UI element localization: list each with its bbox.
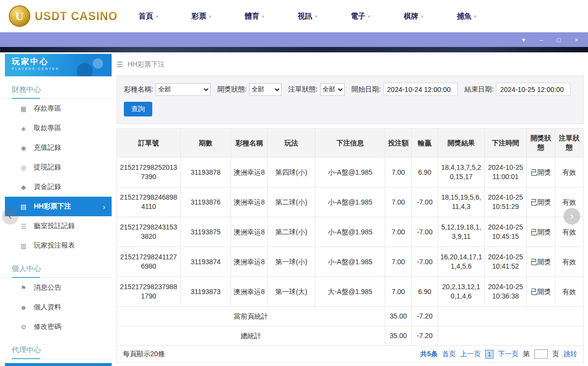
cell-order: 2152172982411276980 (117, 247, 181, 277)
cell-play: 第四球(小) (268, 158, 315, 187)
sidebar-subtitle: PLAYERS CENTER (12, 67, 112, 70)
column-header: 下注時間 (485, 129, 527, 158)
maximize-icon[interactable]: □ (555, 37, 563, 43)
chevron-down-icon: ▾ (262, 14, 264, 19)
nav-item-label: 視訊 (298, 12, 312, 21)
sidebar-item-profile[interactable]: ☻個人資料 (5, 297, 112, 317)
prev-page-link[interactable]: 上一页 (460, 350, 481, 359)
sidebar-item-label: 取款專區 (34, 124, 61, 133)
sidebar-item-change-password[interactable]: ⚙修改密碼 (5, 317, 112, 337)
cell-bet: 7.00 (385, 187, 412, 217)
cell-result: 18,15,19,5,6,11,4,3 (438, 187, 485, 217)
current-page[interactable]: 1 (485, 350, 494, 359)
cell-period: 31193874 (181, 247, 231, 277)
cell-order: 2152172982468984110 (117, 187, 181, 217)
sidebar-item-withdraw-record[interactable]: ◎提現記錄 (5, 158, 112, 177)
sidebar-item-recharge-record[interactable]: ◉充值記錄 (5, 138, 112, 158)
sidebar-title: 玩家中心 (12, 57, 112, 67)
sidebar-item-label: 個人資料 (34, 303, 61, 312)
cell-lottery: 澳洲幸运8 (231, 187, 268, 217)
summary-winloss-total: -7.20 (412, 307, 438, 326)
column-header: 下注信息 (315, 129, 385, 158)
order-status-filter-label: 注單狀態: (288, 85, 318, 94)
start-date-label: 開始日期: (352, 85, 381, 94)
cell-order: 2152172982431533820 (117, 217, 181, 247)
cell-info: 小-A盤@1.985 (315, 158, 385, 187)
recharge-record-icon: ◉ (20, 144, 27, 152)
cell-period: 31193876 (181, 187, 231, 217)
lottery-select[interactable]: 全部 (156, 83, 211, 96)
banner-strip (0, 47, 588, 52)
summary-bet-total: 35.00 (385, 307, 412, 326)
cell-winloss: 6.90 (412, 158, 438, 187)
jump-button[interactable]: 跳转 (564, 350, 577, 359)
nav-item-label: 首頁 (139, 12, 153, 21)
cell-draw_status: 已開獎 (527, 158, 555, 187)
cell-info: 小-A盤@1.985 (315, 247, 385, 277)
cell-bet: 7.00 (385, 217, 412, 247)
sidebar-item-player-bet-report[interactable]: ▥玩家投注報表 (5, 236, 112, 255)
column-header: 投注額 (385, 129, 412, 158)
sidebar-section-title[interactable]: 個人中心 (5, 264, 112, 278)
sidebar-item-announcements[interactable]: ⚑消息公告 (5, 278, 112, 297)
summary-bet-total: 35.00 (385, 326, 412, 346)
query-button[interactable]: 查詢 (124, 102, 152, 116)
minimize-icon[interactable]: – (538, 37, 545, 43)
cell-bet: 7.00 (385, 158, 412, 187)
first-page-link[interactable]: 首页 (442, 350, 456, 359)
lottery-filter-label: 彩種名稱: (124, 85, 153, 94)
cell-time: 2024-10-25 10:36:38 (485, 277, 527, 307)
room-record-icon: ☰ (20, 223, 27, 230)
summary-empty (438, 307, 584, 326)
nav-item-lottery[interactable]: 彩票▾ (191, 12, 211, 21)
column-header: 彩種名稱 (231, 129, 268, 158)
window-title-bar: ▾ – □ × (0, 32, 588, 47)
breadcrumb: ☰ HH彩票下注 (117, 54, 584, 75)
cell-info: 大-A盤@1.985 (315, 277, 385, 307)
password-icon: ⚙ (20, 323, 27, 331)
collapse-icon[interactable]: ▾ (520, 37, 527, 43)
main-panel: ☰ HH彩票下注 彩種名稱: 全部 開獎狀態: 全部 注單狀態: (112, 54, 584, 366)
chevron-down-icon: ▾ (368, 14, 370, 19)
order-status-select[interactable]: 全部 (320, 83, 345, 96)
carousel-right-arrow[interactable]: › (564, 208, 580, 225)
end-date-input[interactable] (496, 83, 570, 96)
nav-item-slots[interactable]: 電子▾ (351, 12, 370, 21)
nav-item-fishing[interactable]: 捕魚▾ (457, 12, 476, 21)
next-page-link[interactable]: 下一页 (498, 350, 518, 359)
cell-time: 2024-10-25 10:51:29 (485, 187, 527, 217)
cell-lottery: 澳洲幸运8 (231, 158, 268, 187)
nav-item-sports[interactable]: 體育▾ (245, 12, 264, 21)
sidebar-item-room-bet-record[interactable]: ☰廳室投註記錄 (5, 216, 112, 236)
nav-item-cards[interactable]: 棋牌▾ (404, 12, 423, 21)
nav-item-label: 彩票 (191, 12, 206, 21)
draw-status-select[interactable]: 全部 (249, 83, 282, 96)
nav-item-label: 棋牌 (404, 12, 419, 21)
sidebar-item-withdraw[interactable]: ◈取款專區 (5, 118, 112, 138)
cell-period: 31193878 (181, 158, 231, 187)
sidebar-item-deposit[interactable]: ▦存款專區 (5, 99, 112, 118)
logo[interactable]: U USDT CASINO (9, 5, 124, 27)
cell-order: 2152172982379881790 (117, 277, 181, 307)
bets-table-container: 訂單號期數彩種名稱玩法下注信息投注額輸贏開獎結果下注時間開獎狀態注單狀態 215… (117, 128, 584, 363)
start-date-input[interactable] (383, 83, 458, 96)
sidebar-item-hh-lottery-bet[interactable]: ▤HH彩票下注› (5, 197, 112, 216)
sidebar-header: 玩家中心 PLAYERS CENTER (5, 54, 112, 76)
close-icon[interactable]: × (573, 37, 580, 43)
withdraw-icon: ◈ (20, 125, 27, 132)
cell-bet: 7.00 (385, 277, 412, 307)
sidebar-section-title[interactable]: 財務中心 (5, 85, 112, 99)
page-jump-input[interactable] (534, 349, 548, 359)
sidebar-item-funds-record[interactable]: ◆資金記錄 (5, 177, 112, 197)
chevron-right-icon: › (103, 203, 105, 211)
sidebar-section-title[interactable]: 代理中心 (5, 345, 112, 359)
main-nav: 首頁▾彩票▾體育▾視訊▾電子▾棋牌▾捕魚▾ (139, 12, 476, 21)
cell-order_status: 有效 (555, 277, 584, 307)
cell-draw_status: 已開獎 (527, 187, 555, 217)
page-title: HH彩票下注 (127, 60, 165, 69)
cell-draw_status: 已開獎 (527, 247, 555, 277)
table-header-row: 訂單號期數彩種名稱玩法下注信息投注額輸贏開獎結果下注時間開獎狀態注單狀態 (117, 129, 584, 158)
nav-item-live[interactable]: 視訊▾ (298, 12, 317, 21)
carousel-left-arrow[interactable]: ‹ (2, 208, 19, 225)
nav-item-home[interactable]: 首頁▾ (139, 12, 158, 21)
